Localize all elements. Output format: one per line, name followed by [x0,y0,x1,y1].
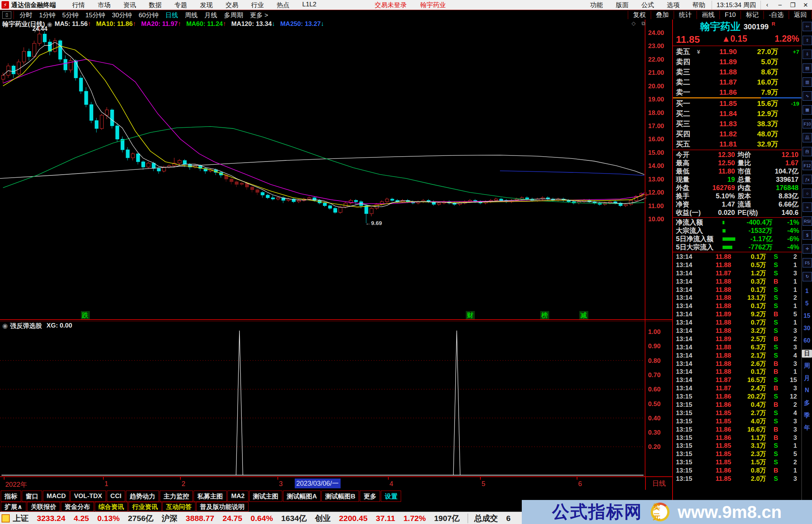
tab-指标[interactable]: 指标 [1,491,21,502]
period-分时[interactable]: 分时 [16,11,36,20]
tick-row[interactable]: 13:1411.880.1万B1 [673,368,802,376]
menu-item-资讯[interactable]: 资讯 [117,1,142,9]
toolbar-统计[interactable]: 统计 [674,11,697,19]
tick-row[interactable]: 13:1411.882.1万S4 [673,352,802,360]
period-月线[interactable]: 月线 [201,11,221,20]
menu-item-帮助[interactable]: 帮助 [686,1,712,9]
f5-icon[interactable]: F5 [803,258,812,267]
tick-row[interactable]: 13:1411.892.5万B2 [673,335,802,343]
watchlist-icon[interactable]: 自 [803,147,812,156]
info-tree-icon[interactable]: 品 [803,133,812,142]
tick-row[interactable]: 13:1511.851.5万S2 [673,458,802,467]
buy-row[interactable]: 买三11.8338.3万 [673,119,802,129]
f12-icon[interactable]: F12 [803,161,812,170]
indicator-collapse-icon[interactable]: ◉ [2,322,8,330]
rank-list-icon[interactable]: ▥ [803,77,812,87]
money-icon[interactable]: $ [803,230,812,240]
tab-行业资讯[interactable]: 行业资讯 [129,502,162,512]
strip-period-60[interactable]: 60 [802,337,812,344]
tick-row[interactable]: 13:1511.860.4万B2 [673,401,802,409]
layout-icon[interactable]: ▯ [2,11,11,19]
formula-icon[interactable]: ƒx [803,175,812,184]
sell-row[interactable]: 卖五¥11.9027.0万+7 [673,47,802,57]
tick-row[interactable]: 13:1511.852.7万S4 [673,409,802,417]
back-icon[interactable]: ⇦ [803,22,812,31]
tab-趋势动力[interactable]: 趋势动力 [126,491,159,502]
menu-item-市场[interactable]: 市场 [91,1,117,9]
rsi-icon[interactable]: RSI [803,216,812,226]
menu-item-行情[interactable]: 行情 [66,1,91,9]
move-icon[interactable]: ✛ [803,244,812,254]
tick-row[interactable]: 13:1411.880.5万S1 [673,261,802,269]
period-15分钟[interactable]: 15分钟 [82,11,109,20]
menu-item-发现[interactable]: 发现 [194,1,219,9]
menu-item-行业[interactable]: 行业 [245,1,270,9]
menu-item-交易[interactable]: 交易 [219,1,245,9]
tab-互动问答[interactable]: 互动问答 [162,502,195,512]
tick-row[interactable]: 13:1411.883.2万S3 [673,327,802,335]
tick-row[interactable]: 13:1411.899.2万B5 [673,310,802,319]
strip-period-多[interactable]: 多 [802,399,812,407]
tab-主力监控[interactable]: 主力监控 [160,491,193,502]
strip-period-5[interactable]: 5 [802,300,812,307]
tab-测试幅图A[interactable]: 测试幅图A [283,491,321,502]
toolbar-画线[interactable]: 画线 [697,11,720,19]
tick-row[interactable]: 13:1411.872.4万B3 [673,384,802,393]
tab-更多[interactable]: 更多 [360,491,380,502]
menu-item-选项[interactable]: 选项 [661,1,686,9]
strip-period-月[interactable]: 月 [802,375,812,382]
buy-row[interactable]: 买二11.8412.9万 [673,109,802,119]
sell-row[interactable]: 卖一11.867.9万 [673,87,802,97]
toolbar-复权[interactable]: 复权 [628,11,651,19]
strip-period-年[interactable]: 年 [802,424,812,432]
tab-MACD[interactable]: MACD [43,491,70,502]
tick-list[interactable]: 13:1411.880.1万S213:1411.880.5万S113:1411.… [673,253,802,483]
tick-row[interactable]: 13:1511.854.0万S3 [673,417,802,426]
period-多周期[interactable]: 多周期 [221,11,247,20]
tab-测试幅图B[interactable]: 测试幅图B [321,491,359,502]
menu-item-公式[interactable]: 公式 [635,1,661,9]
tick-row[interactable]: 13:1511.8616.6万B3 [673,426,802,434]
down-icon[interactable]: ⇩ [803,50,812,59]
tick-row[interactable]: 13:1411.871.2万S3 [673,269,802,278]
refresh-icon[interactable]: ↻ [803,272,812,281]
tick-row[interactable]: 13:1411.880.7万S1 [673,319,802,327]
tab-资金分布[interactable]: 资金分布 [61,502,94,512]
wave-icon[interactable]: ≈ [803,202,812,212]
toolbar--自选[interactable]: -自选 [764,11,789,19]
tab-CCI[interactable]: CCI [107,491,125,502]
tab-VOL-TDX[interactable]: VOL-TDX [70,491,106,502]
tab-综合资讯[interactable]: 综合资讯 [95,502,128,512]
tick-row[interactable]: 13:1411.880.1万S1 [673,302,802,310]
menu-item-功能[interactable]: 功能 [584,1,609,9]
tab-私募主图[interactable]: 私募主图 [194,491,227,502]
quote-list-icon[interactable]: ▤ [803,63,812,73]
f10-icon[interactable]: F10 [803,119,812,128]
minute-line-icon[interactable]: ∿ [803,91,812,101]
menu-alert[interactable]: 交易未登录 [368,1,414,9]
close-button[interactable]: ✕ [799,2,812,9]
tick-row[interactable]: 13:1411.880.1万S2 [673,253,802,261]
tick-row[interactable]: 13:1511.852.0万S3 [673,475,802,483]
strip-period-日[interactable]: 日 [802,350,812,358]
menu-alert[interactable]: 翰宇药业 [414,1,453,9]
tick-row[interactable]: 13:1411.880.3万B1 [673,278,802,286]
period-60分钟[interactable]: 60分钟 [135,11,162,20]
minimize-button[interactable]: – [774,2,786,9]
chart-area[interactable]: 24.0023.0022.0021.0020.0019.0018.0017.00… [0,20,673,476]
toolbar-标记[interactable]: 标记 [741,11,764,19]
tab-关联报价[interactable]: 关联报价 [27,502,60,512]
tab-扩展∧[interactable]: 扩展∧ [1,502,26,512]
tick-row[interactable]: 13:1511.860.8万B1 [673,467,802,475]
period-30分钟[interactable]: 30分钟 [109,11,135,20]
strip-period-周[interactable]: 周 [802,362,812,370]
tick-row[interactable]: 13:1411.886.3万S3 [673,343,802,352]
buy-row[interactable]: 买一11.8515.6万-19 [673,98,802,109]
tick-row[interactable]: 13:1511.861.1万B3 [673,434,802,442]
strip-period-15[interactable]: 15 [802,313,812,319]
menu-item-热点[interactable]: 热点 [270,1,296,9]
tick-row[interactable]: 13:1411.882.6万B3 [673,360,802,368]
period-5分钟[interactable]: 5分钟 [59,11,82,20]
strip-period-N[interactable]: N [802,387,812,394]
period-周线[interactable]: 周线 [182,11,201,20]
